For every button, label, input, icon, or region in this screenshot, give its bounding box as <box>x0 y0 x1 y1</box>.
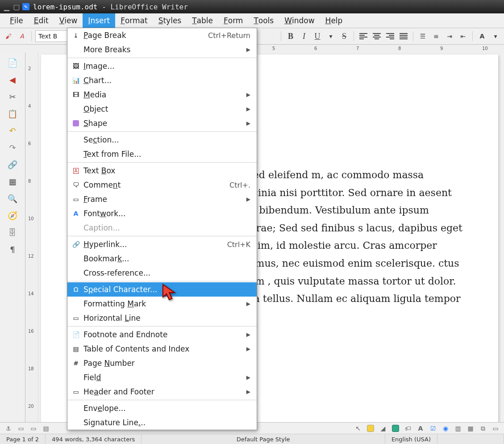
text-a-icon[interactable]: A <box>416 423 425 433</box>
status-wordcount[interactable]: 494 words, 3,364 characters <box>46 434 142 444</box>
menu-format[interactable]: Format <box>115 13 153 28</box>
insert-menu-item[interactable]: Shape▶ <box>67 116 257 130</box>
status-language[interactable]: English (USA) <box>385 434 437 444</box>
insert-menu-item[interactable]: Text from File... <box>67 147 257 161</box>
menu-file[interactable]: File <box>4 13 29 28</box>
italic-button[interactable]: I <box>298 30 310 42</box>
radio-icon[interactable]: ◉ <box>441 423 450 433</box>
arrange-icon[interactable]: ▤ <box>41 423 51 433</box>
insert-menu-item[interactable]: ΩSpecial Character... <box>67 282 257 297</box>
compass-icon[interactable]: 🧭 <box>6 209 19 222</box>
new-file-icon[interactable]: 📄 <box>6 56 19 69</box>
align-left-button[interactable] <box>358 30 369 42</box>
insert-menu-item[interactable]: ▭Frame▶ <box>67 192 257 206</box>
paste-icon[interactable]: 📋 <box>6 107 19 120</box>
insert-menu-item[interactable]: Cross-reference... <box>67 266 257 280</box>
table-icon[interactable]: ▦ <box>6 175 19 188</box>
underline-dropdown-icon[interactable]: ▾ <box>325 30 337 42</box>
link-box-icon[interactable]: ⧉ <box>478 423 488 433</box>
insert-menu-item[interactable]: ▭Horizontal Line <box>67 311 257 325</box>
insert-menu-item[interactable]: 📊Chart... <box>67 73 257 88</box>
insert-menu-item[interactable]: ▭Header and Footer▶ <box>67 385 257 399</box>
view2-icon[interactable]: ▦ <box>466 423 475 433</box>
database-icon[interactable]: 🗄 <box>6 226 19 239</box>
magnifier-icon[interactable]: 🔍 <box>6 192 19 205</box>
edit-icon[interactable] <box>366 423 375 433</box>
bold-button[interactable]: B <box>285 30 296 42</box>
increase-indent-button[interactable]: ⇥ <box>444 30 455 42</box>
insert-menu-item[interactable]: ⤓Page BreakCtrl+Return <box>67 28 257 42</box>
insert-menu-item[interactable]: ▤Table of Contents and Index▶ <box>67 342 257 356</box>
comment-icon: 🗨 <box>71 180 81 190</box>
font-color-dropdown-icon[interactable]: ▾ <box>490 30 501 42</box>
blank-icon <box>71 373 81 382</box>
insert-menu-item[interactable]: 🎞Media▶ <box>67 88 257 102</box>
pilcrow-icon[interactable]: ¶ <box>6 243 19 256</box>
extra-icon[interactable]: ▭ <box>491 423 500 433</box>
wrap-icon[interactable]: ▭ <box>16 423 26 433</box>
insert-menu-item[interactable]: AFontwork... <box>67 206 257 221</box>
insert-menu-item[interactable]: 🔗Hyperlink...Ctrl+K <box>67 237 257 251</box>
menu-table[interactable]: Table <box>187 13 218 28</box>
cut-icon[interactable]: ✂ <box>6 90 19 103</box>
side-toolbar: 📄 ◀ ✂ 📋 ↶ ↷ 🔗 ▦ 🔍 🧭 🗄 ¶ <box>0 53 25 423</box>
insert-menu-item[interactable]: #Page Number <box>67 356 257 370</box>
highlight-icon[interactable]: ◢ <box>378 423 388 433</box>
menu-edit[interactable]: Edit <box>29 13 54 28</box>
checkbox-icon[interactable]: ☑ <box>428 423 438 433</box>
blank-icon <box>71 403 81 413</box>
clone-format-icon[interactable]: 🖌 <box>3 30 14 42</box>
redo-icon[interactable]: ↷ <box>6 141 19 154</box>
insert-menu-item[interactable]: More Breaks▶ <box>67 42 257 57</box>
view1-icon[interactable]: ▥ <box>453 423 463 433</box>
wrap2-icon[interactable]: ▭ <box>29 423 38 433</box>
insert-menu-item[interactable]: Envelope... <box>67 401 257 415</box>
menu-help[interactable]: Help <box>320 13 348 28</box>
menu-item-label: Envelope... <box>83 404 250 413</box>
status-page-style[interactable]: Default Page Style <box>142 434 385 444</box>
menu-insert[interactable]: Insert <box>83 13 115 28</box>
insert-menu-item[interactable]: Bookmark... <box>67 251 257 266</box>
anchor-icon[interactable]: ⚓ <box>4 423 13 433</box>
insert-menu-item[interactable]: Section... <box>67 133 257 147</box>
insert-menu-item[interactable]: Signature Line... <box>67 415 257 430</box>
status-page[interactable]: Page 1 of 2 <box>0 434 46 444</box>
menu-item-label: Formatting Mark <box>83 299 243 308</box>
decrease-indent-button[interactable]: ⇤ <box>457 30 469 42</box>
insert-menu-item[interactable]: Field▶ <box>67 370 257 385</box>
insert-menu-item[interactable]: Object▶ <box>67 102 257 116</box>
red-triangle-icon[interactable]: ◀ <box>6 73 19 86</box>
arrow-cursor-icon[interactable]: ↖ <box>353 423 363 433</box>
status-extra[interactable] <box>437 434 504 444</box>
image-box-icon[interactable] <box>391 423 400 433</box>
strikethrough-button[interactable]: S <box>338 30 350 42</box>
window-maximize-button[interactable]: ▢ <box>12 3 21 11</box>
number-list-button[interactable]: ≡ <box>430 30 442 42</box>
align-right-button[interactable] <box>384 30 396 42</box>
bullet-list-button[interactable]: ☰ <box>417 30 429 42</box>
align-justify-button[interactable] <box>398 30 409 42</box>
paragraph-style-dropdown[interactable]: Text B <box>35 30 69 42</box>
align-center-button[interactable] <box>371 30 383 42</box>
insert-menu-item[interactable]: 🖼Image... <box>67 59 257 73</box>
chart-icon: 📊 <box>71 75 81 85</box>
insert-menu-item[interactable]: AText Box <box>67 163 257 178</box>
insert-menu-item[interactable]: 🗨CommentCtrl+. <box>67 178 257 192</box>
menu-item-label: More Breaks <box>83 45 243 54</box>
tag-icon[interactable]: 🏷 <box>403 423 413 433</box>
underline-button[interactable]: U <box>312 30 323 42</box>
vertical-ruler[interactable]: 2468101214161820 <box>25 53 38 423</box>
menu-view[interactable]: View <box>54 13 83 28</box>
insert-menu-item[interactable]: Formatting Mark▶ <box>67 297 257 311</box>
menu-form[interactable]: Form <box>218 13 248 28</box>
menu-tools[interactable]: Tools <box>248 13 279 28</box>
menu-window[interactable]: Window <box>279 13 320 28</box>
vruler-tick: 6 <box>28 141 31 146</box>
hyperlink-icon[interactable]: 🔗 <box>6 158 19 171</box>
clear-format-icon[interactable]: A <box>16 30 28 42</box>
menu-styles[interactable]: Styles <box>153 13 187 28</box>
window-minimize-button[interactable]: ▁ <box>3 3 11 11</box>
font-color-button[interactable]: A <box>476 30 488 42</box>
insert-menu-item[interactable]: 📄Footnote and Endnote▶ <box>67 327 257 342</box>
undo-icon[interactable]: ↶ <box>6 124 19 137</box>
